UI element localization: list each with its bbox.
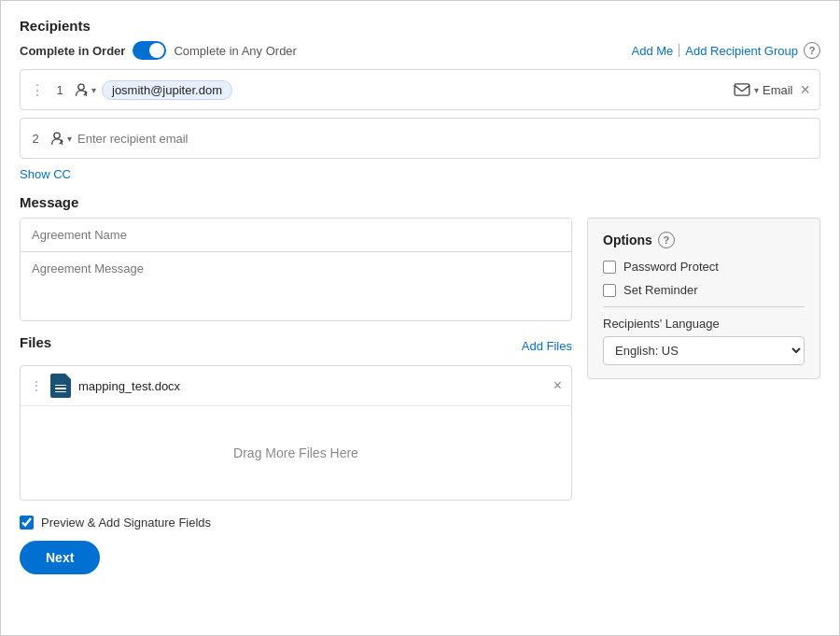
- recipient-row-2[interactable]: 2 ▾: [20, 118, 820, 159]
- set-reminder-checkbox[interactable]: [603, 284, 616, 297]
- file-icon-line-2: [55, 388, 66, 389]
- files-title: Files: [20, 334, 51, 350]
- signer-icon-1[interactable]: ▾: [73, 81, 96, 98]
- files-area: ⋮ mapping_test.docx ×: [20, 365, 572, 501]
- options-help-icon[interactable]: ?: [658, 232, 675, 248]
- file-icon-lines: [52, 381, 69, 395]
- recipient-email-input-2[interactable]: [77, 132, 812, 146]
- signer-chevron-1: ▾: [91, 85, 96, 95]
- file-drag-handle: ⋮: [30, 378, 43, 393]
- complete-any-order-label: Complete in Any Order: [174, 44, 297, 58]
- options-title: Options: [603, 233, 652, 247]
- recipients-language-label: Recipients' Language: [603, 317, 805, 331]
- recipients-help-icon[interactable]: ?: [804, 42, 820, 59]
- file-icon-line-3: [55, 391, 66, 393]
- file-name-1: mapping_test.docx: [78, 379, 546, 393]
- message-title: Message: [20, 194, 820, 210]
- preview-checkbox-row: Preview & Add Signature Fields: [20, 516, 820, 530]
- files-section: Files Add Files ⋮: [20, 334, 572, 501]
- complete-order-left: Complete in Order Complete in Any Order: [20, 41, 297, 60]
- password-protect-label: Password Protect: [623, 260, 719, 274]
- add-me-button[interactable]: Add Me: [632, 44, 674, 58]
- remove-recipient-1[interactable]: ×: [798, 81, 812, 98]
- file-icon: [50, 374, 71, 398]
- show-cc-link[interactable]: Show CC: [20, 167, 71, 181]
- add-files-button[interactable]: Add Files: [522, 339, 572, 353]
- right-column: Options ? Password Protect Set Reminder …: [587, 218, 820, 501]
- left-column: Files Add Files ⋮: [20, 218, 572, 501]
- svg-point-2: [54, 133, 60, 138]
- options-header: Options ?: [603, 232, 805, 248]
- set-reminder-label: Set Reminder: [623, 283, 697, 297]
- password-protect-row: Password Protect: [603, 260, 805, 274]
- vertical-divider: [679, 44, 679, 57]
- row-number-2: 2: [28, 132, 43, 146]
- options-panel: Options ? Password Protect Set Reminder …: [587, 218, 820, 379]
- preview-checkbox[interactable]: [20, 516, 34, 530]
- agreement-message-input[interactable]: [21, 252, 571, 318]
- file-item-1: ⋮ mapping_test.docx ×: [21, 366, 571, 406]
- drag-drop-label: Drag More Files Here: [233, 445, 358, 460]
- email-badge-1: ▾ Email: [734, 83, 793, 97]
- signer-icon-2[interactable]: ▾: [49, 130, 72, 147]
- drag-handle-1: ⋮: [28, 81, 47, 99]
- recipient-row-1: ⋮ 1 ▾ josmith@jupiter.dom ▾: [20, 69, 820, 110]
- password-protect-checkbox[interactable]: [603, 261, 616, 274]
- row-right-1: ▾ Email ×: [734, 81, 812, 98]
- svg-rect-1: [735, 84, 749, 95]
- bottom-section: Preview & Add Signature Fields Next: [20, 516, 820, 574]
- file-icon-line-1: [55, 385, 66, 387]
- drag-drop-area[interactable]: Drag More Files Here: [21, 406, 571, 500]
- complete-order-right: Add Me Add Recipient Group ?: [632, 42, 821, 59]
- options-divider: [603, 306, 805, 307]
- recipients-title: Recipients: [20, 18, 820, 34]
- complete-order-row: Complete in Order Complete in Any Order …: [20, 41, 820, 60]
- signer-chevron-2: ▾: [67, 134, 72, 144]
- message-section: Message Files Add Files ⋮: [20, 194, 820, 501]
- main-container: Recipients Complete in Order Complete in…: [0, 0, 840, 636]
- svg-point-0: [78, 84, 84, 90]
- agreement-name-input[interactable]: [21, 219, 571, 252]
- next-button[interactable]: Next: [20, 541, 100, 574]
- files-header: Files Add Files: [20, 334, 572, 358]
- complete-order-toggle[interactable]: [133, 41, 166, 60]
- recipients-section: Recipients Complete in Order Complete in…: [20, 18, 820, 194]
- preview-label: Preview & Add Signature Fields: [41, 516, 211, 530]
- add-recipient-group-button[interactable]: Add Recipient Group: [685, 44, 798, 58]
- complete-order-label: Complete in Order: [20, 44, 125, 58]
- row-number-1: 1: [52, 83, 67, 97]
- set-reminder-row: Set Reminder: [603, 283, 805, 297]
- email-chevron-1: ▾: [754, 85, 759, 95]
- email-type-label-1: Email: [763, 83, 793, 97]
- recipient-email-tag-1[interactable]: josmith@jupiter.dom: [102, 80, 232, 100]
- main-columns: Files Add Files ⋮: [20, 218, 820, 501]
- language-select[interactable]: English: US French German Spanish Japane…: [603, 336, 805, 365]
- remove-file-1[interactable]: ×: [553, 377, 562, 394]
- message-inputs: [20, 218, 572, 321]
